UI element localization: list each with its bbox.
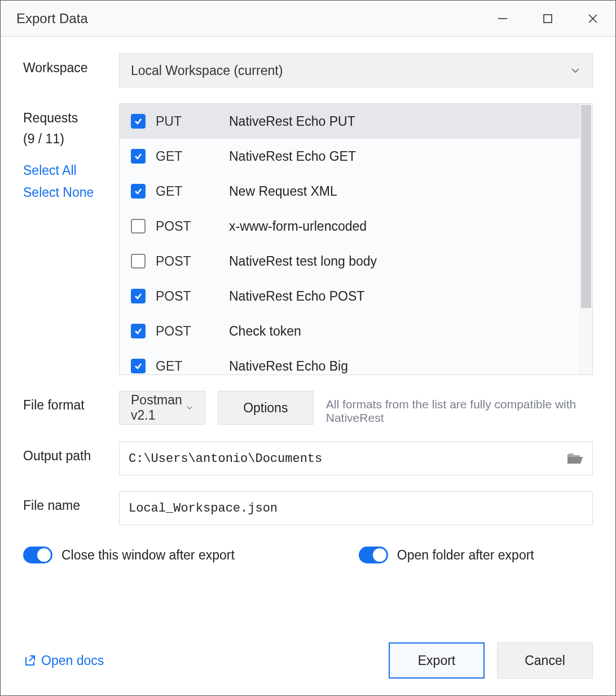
check-icon [134, 187, 143, 196]
request-item[interactable]: POSTCheck token [120, 314, 592, 349]
output-path-input[interactable]: C:\Users\antonio\Documents [119, 442, 593, 475]
request-checkbox[interactable] [131, 184, 146, 199]
select-none-link[interactable]: Select None [23, 182, 119, 204]
request-item[interactable]: GETNativeRest Echo Big [120, 349, 592, 375]
export-button[interactable]: Export [389, 642, 485, 679]
folder-open-icon[interactable] [566, 452, 583, 465]
request-name: NativeRest Echo Big [229, 359, 348, 374]
request-checkbox[interactable] [131, 219, 146, 234]
request-checkbox[interactable] [131, 359, 146, 373]
request-name: NativeRest Echo PUT [229, 114, 355, 129]
file-format-value: Postman v2.1 [131, 393, 186, 423]
svg-rect-1 [544, 15, 552, 23]
check-icon [134, 362, 143, 371]
request-name: Check token [229, 324, 301, 339]
request-item[interactable]: POSTx-www-form-urlencoded [120, 209, 592, 244]
request-item[interactable]: POSTNativeRest test long body [120, 244, 592, 279]
window-title: Export Data [16, 11, 480, 27]
request-item[interactable]: PUTNativeRest Echo PUT [120, 104, 592, 139]
request-method: POST [156, 324, 229, 339]
svg-line-4 [29, 656, 34, 661]
export-dialog: Export Data Workspace Local Workspace (c… [0, 0, 616, 696]
external-link-icon [23, 654, 36, 667]
workspace-label: Workspace [23, 54, 119, 76]
request-method: GET [156, 359, 229, 374]
minimize-button[interactable] [480, 1, 525, 36]
check-icon [134, 117, 143, 126]
check-icon [134, 327, 143, 336]
close-after-export-label: Close this window after export [61, 548, 235, 563]
scrollbar[interactable] [580, 104, 592, 375]
request-method: PUT [156, 114, 229, 129]
file-name-value: Local_Workspace.json [129, 501, 278, 516]
request-checkbox[interactable] [131, 254, 146, 268]
file-name-input[interactable]: Local_Workspace.json [119, 491, 593, 525]
workspace-value: Local Workspace (current) [131, 63, 283, 78]
close-icon [588, 14, 598, 24]
request-item[interactable]: POSTNativeRest Echo POST [120, 279, 592, 314]
request-list[interactable]: PUTNativeRest Echo PUTGETNativeRest Echo… [119, 103, 593, 375]
request-method: POST [156, 254, 229, 269]
options-button[interactable]: Options [218, 391, 314, 425]
toggle-knob [37, 548, 51, 562]
request-checkbox[interactable] [131, 324, 146, 338]
request-item[interactable]: GETNew Request XML [120, 174, 592, 209]
request-name: NativeRest Echo GET [229, 149, 356, 164]
request-method: GET [156, 184, 229, 199]
window-controls [480, 1, 615, 36]
check-icon [134, 152, 143, 161]
request-name: New Request XML [229, 184, 337, 199]
select-all-link[interactable]: Select All [23, 160, 119, 182]
request-name: NativeRest Echo POST [229, 289, 364, 304]
output-path-value: C:\Users\antonio\Documents [129, 452, 322, 466]
toggle-knob [373, 548, 386, 562]
chevron-down-icon [570, 65, 581, 76]
request-name: NativeRest test long body [229, 254, 377, 269]
file-format-label: File format [23, 391, 119, 413]
titlebar: Export Data [1, 1, 615, 37]
minimize-icon [498, 14, 508, 24]
file-format-hint: All formats from the list are fully comp… [326, 398, 593, 425]
file-name-label: File name [23, 491, 119, 513]
chevron-down-icon [186, 402, 193, 413]
open-folder-after-export-label: Open folder after export [397, 548, 534, 563]
output-path-label: Output path [23, 442, 119, 464]
request-checkbox[interactable] [131, 289, 146, 303]
open-folder-after-export-toggle[interactable] [359, 547, 388, 563]
request-method: POST [156, 289, 229, 304]
request-checkbox[interactable] [131, 114, 146, 129]
request-checkbox[interactable] [131, 149, 146, 164]
open-docs-link[interactable]: Open docs [23, 653, 104, 668]
request-method: GET [156, 149, 229, 164]
check-icon [134, 292, 143, 301]
request-method: POST [156, 219, 229, 234]
requests-label: Requests [23, 108, 119, 129]
workspace-dropdown[interactable]: Local Workspace (current) [119, 54, 593, 87]
maximize-button[interactable] [525, 1, 570, 36]
close-after-export-toggle[interactable] [23, 547, 52, 563]
open-docs-label: Open docs [41, 653, 104, 668]
request-name: x-www-form-urlencoded [229, 219, 367, 234]
cancel-button[interactable]: Cancel [497, 642, 593, 679]
request-item[interactable]: GETNativeRest Echo GET [120, 139, 592, 174]
file-format-dropdown[interactable]: Postman v2.1 [119, 391, 205, 425]
maximize-icon [543, 14, 552, 23]
requests-count: (9 / 11) [23, 129, 119, 149]
close-button[interactable] [570, 1, 615, 36]
scrollbar-thumb[interactable] [581, 105, 591, 308]
